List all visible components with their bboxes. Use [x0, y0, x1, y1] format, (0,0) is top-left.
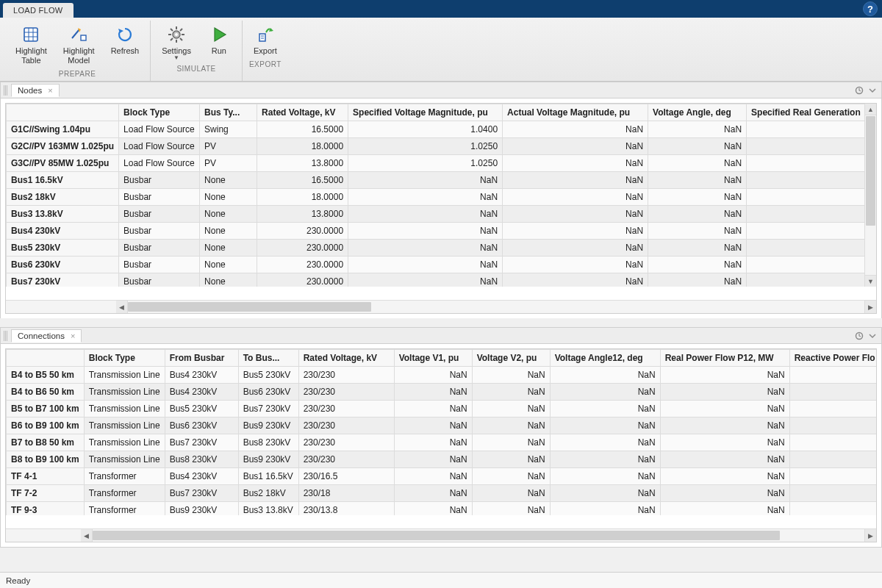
- column-header[interactable]: [7, 350, 85, 367]
- nodes-grid[interactable]: Block TypeBus Ty...Rated Voltage, kVSpec…: [6, 104, 876, 300]
- highlight-model-label: HighlightModel: [63, 46, 95, 65]
- column-header[interactable]: Specified Voltage Magnitude, pu: [348, 104, 503, 121]
- column-header[interactable]: Voltage Angle, deg: [648, 104, 747, 121]
- scroll-down-icon[interactable]: ▼: [865, 275, 876, 287]
- refresh-label: Refresh: [111, 46, 140, 56]
- connections-tab-close-icon[interactable]: ×: [69, 331, 76, 340]
- column-header[interactable]: Voltage V2, pu: [472, 350, 550, 367]
- column-header[interactable]: Reactive Power Flo: [789, 350, 876, 367]
- column-header[interactable]: To Bus...: [238, 350, 298, 367]
- row-header[interactable]: B6 to B9 100 km: [7, 417, 85, 434]
- row-header[interactable]: Bus6 230kV: [7, 257, 119, 273]
- chevron-down-icon: ▼: [173, 56, 179, 60]
- connections-grid[interactable]: Block TypeFrom BusbarTo Bus...Rated Volt…: [6, 349, 876, 528]
- scroll-right-icon[interactable]: ▶: [864, 529, 876, 542]
- table-row[interactable]: Bus1 16.5kVBusbarNone16.5000NaNNaNNaN: [7, 172, 865, 189]
- highlight-model-button[interactable]: HighlightModel: [58, 21, 100, 68]
- table-row[interactable]: Bus7 230kVBusbarNone230.0000NaNNaNNaN: [7, 273, 865, 287]
- row-header[interactable]: B4 to B5 50 km: [7, 367, 85, 384]
- column-header[interactable]: Actual Voltage Magnitude, pu: [503, 104, 648, 121]
- run-button[interactable]: Run: [202, 21, 236, 62]
- panel-splitter[interactable]: [0, 318, 882, 323]
- svg-point-15: [175, 33, 178, 36]
- panel-dropdown-icon[interactable]: [867, 330, 878, 342]
- ribbon-tab-loadflow[interactable]: LOAD FLOW: [3, 3, 74, 18]
- table-row[interactable]: Bus3 13.8kVBusbarNone13.8000NaNNaNNaN: [7, 206, 865, 223]
- highlight-table-button[interactable]: HighlightTable: [10, 21, 52, 68]
- row-header[interactable]: B4 to B6 50 km: [7, 384, 85, 401]
- column-header[interactable]: Bus Ty...: [200, 104, 257, 121]
- panel-actions-icon[interactable]: [853, 330, 865, 342]
- table-row[interactable]: B4 to B5 50 kmTransmission LineBus4 230k…: [7, 367, 877, 384]
- refresh-button[interactable]: Refresh: [106, 21, 145, 68]
- row-header[interactable]: Bus4 230kV: [7, 223, 119, 240]
- column-header[interactable]: [7, 104, 119, 121]
- row-header[interactable]: TF 4-1: [7, 468, 85, 485]
- column-header[interactable]: Voltage V1, pu: [394, 350, 472, 367]
- column-header[interactable]: Real Power Flow P12, MW: [660, 350, 789, 367]
- table-row[interactable]: B5 to B7 100 kmTransmission LineBus5 230…: [7, 401, 877, 417]
- connections-tab[interactable]: Connections ×: [11, 329, 82, 343]
- table-row[interactable]: G3C//PV 85MW 1.025puLoad Flow SourcePV13…: [7, 155, 865, 172]
- column-header[interactable]: Specified Real Generation: [747, 104, 864, 121]
- table-row[interactable]: Bus2 18kVBusbarNone18.0000NaNNaNNaN: [7, 189, 865, 206]
- column-header[interactable]: From Busbar: [165, 350, 238, 367]
- row-header[interactable]: G2C//PV 163MW 1.025pu: [7, 138, 119, 155]
- panel-drag-handle-icon[interactable]: [4, 331, 8, 341]
- table-row[interactable]: TF 9-3TransformerBus9 230kVBus3 13.8kV23…: [7, 502, 877, 516]
- table-row[interactable]: TF 7-2TransformerBus7 230kVBus2 18kV230/…: [7, 485, 877, 502]
- export-label: Export: [254, 46, 277, 56]
- row-header[interactable]: Bus5 230kV: [7, 240, 119, 257]
- scroll-up-icon[interactable]: ▲: [865, 104, 876, 115]
- export-icon: [255, 24, 276, 45]
- column-header[interactable]: Block Type: [119, 104, 200, 121]
- nodes-vscrollbar[interactable]: ▲ ▼: [864, 104, 876, 287]
- table-row[interactable]: TF 4-1TransformerBus4 230kVBus1 16.5kV23…: [7, 468, 877, 485]
- nodes-tab-label: Nodes: [18, 86, 42, 95]
- export-button[interactable]: Export: [248, 21, 282, 58]
- column-header[interactable]: Block Type: [84, 350, 165, 367]
- nodes-hscrollbar[interactable]: ◀ ▶: [6, 300, 876, 313]
- table-row[interactable]: B6 to B9 100 kmTransmission LineBus6 230…: [7, 417, 877, 434]
- connections-hscrollbar[interactable]: ◀ ▶: [6, 528, 876, 542]
- row-header[interactable]: G3C//PV 85MW 1.025pu: [7, 155, 119, 172]
- row-header[interactable]: Bus7 230kV: [7, 273, 119, 287]
- svg-line-11: [171, 29, 173, 31]
- row-header[interactable]: TF 7-2: [7, 485, 85, 502]
- help-icon[interactable]: ?: [863, 1, 878, 16]
- svg-rect-0: [24, 28, 37, 41]
- row-header[interactable]: B7 to B8 50 km: [7, 434, 85, 451]
- table-row[interactable]: B8 to B9 100 kmTransmission LineBus8 230…: [7, 451, 877, 468]
- table-row[interactable]: Bus5 230kVBusbarNone230.0000NaNNaNNaN: [7, 240, 865, 257]
- panel-dropdown-icon[interactable]: [867, 85, 878, 96]
- highlight-table-label: HighlightTable: [15, 46, 47, 65]
- panel-drag-handle-icon[interactable]: [4, 85, 8, 96]
- row-header[interactable]: Bus1 16.5kV: [7, 172, 119, 189]
- status-bar: Ready: [0, 572, 882, 588]
- nodes-tab[interactable]: Nodes ×: [11, 84, 60, 97]
- panel-actions-icon[interactable]: [853, 85, 865, 96]
- highlight-model-icon: [68, 24, 89, 45]
- column-header[interactable]: Rated Voltage, kV: [257, 104, 348, 121]
- column-header[interactable]: Voltage Angle12, deg: [550, 350, 660, 367]
- table-row[interactable]: Bus6 230kVBusbarNone230.0000NaNNaNNaN: [7, 257, 865, 273]
- row-header[interactable]: B8 to B9 100 km: [7, 451, 85, 468]
- row-header[interactable]: Bus3 13.8kV: [7, 206, 119, 223]
- table-row[interactable]: G2C//PV 163MW 1.025puLoad Flow SourcePV1…: [7, 138, 865, 155]
- svg-line-14: [171, 38, 173, 40]
- nodes-tab-close-icon[interactable]: ×: [46, 86, 54, 95]
- row-header[interactable]: Bus2 18kV: [7, 189, 119, 206]
- table-row[interactable]: Bus4 230kVBusbarNone230.0000NaNNaNNaN: [7, 223, 865, 240]
- row-header[interactable]: G1C//Swing 1.04pu: [7, 121, 119, 138]
- table-row[interactable]: B7 to B8 50 kmTransmission LineBus7 230k…: [7, 434, 877, 451]
- toolstrip: HighlightTableHighlightModelRefreshPREPA…: [0, 18, 882, 82]
- settings-button[interactable]: Settings▼: [157, 21, 196, 62]
- row-header[interactable]: B5 to B7 100 km: [7, 401, 85, 417]
- column-header[interactable]: Rated Voltage, kV: [298, 350, 394, 367]
- scroll-right-icon[interactable]: ▶: [864, 301, 876, 313]
- row-header[interactable]: TF 9-3: [7, 502, 85, 516]
- scroll-left-icon[interactable]: ◀: [116, 301, 128, 313]
- scroll-left-icon[interactable]: ◀: [81, 529, 93, 542]
- table-row[interactable]: G1C//Swing 1.04puLoad Flow SourceSwing16…: [7, 121, 865, 138]
- table-row[interactable]: B4 to B6 50 kmTransmission LineBus4 230k…: [7, 384, 877, 401]
